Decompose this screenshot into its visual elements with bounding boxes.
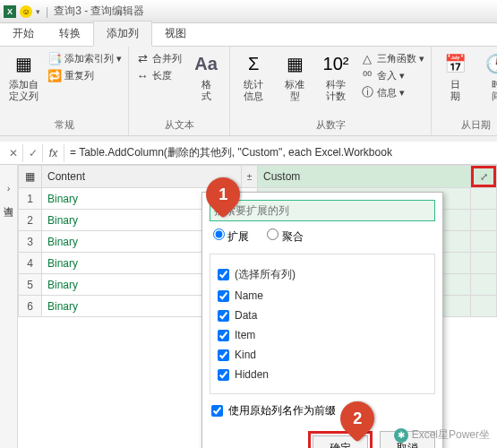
time-icon: 🕐: [483, 50, 497, 77]
expand-columns-popup: 扩展 聚合 (选择所有列) Name Data Item Kind Hidden…: [201, 192, 443, 448]
row-number[interactable]: 1: [19, 188, 42, 210]
title-bar: X ☺ ▾ | 查询3 - 查询编辑器: [0, 0, 497, 23]
duplicate-column-button[interactable]: 🔁重复列: [45, 67, 124, 83]
cell-expand: [471, 231, 497, 253]
radio-expand[interactable]: 扩展: [213, 228, 249, 245]
date-icon: 📅: [441, 50, 468, 77]
watermark: ✱ Excel星Power坐: [394, 427, 490, 443]
cell-expand: [471, 296, 497, 317]
cell-expand: [471, 188, 497, 210]
queries-pane-collapsed[interactable]: › 查询: [0, 165, 18, 448]
group-label: 从数字: [234, 116, 427, 134]
tab-home[interactable]: 开始: [0, 22, 47, 46]
standard-button[interactable]: ▦标准 型: [275, 48, 314, 104]
check-select-all[interactable]: (选择所有列): [218, 263, 427, 286]
expand-column-header: ⤢: [471, 166, 497, 188]
qat-dropdown-icon[interactable]: ▾: [36, 7, 40, 16]
row-number[interactable]: 5: [19, 274, 42, 296]
check-item[interactable]: Item: [218, 325, 427, 345]
ribbon-tabs: 开始 转换 添加列 视图: [0, 23, 497, 47]
merge-columns-button[interactable]: ⇄合并列: [133, 50, 184, 66]
row-number[interactable]: 3: [19, 231, 42, 253]
rounding-button[interactable]: ⁰⁰舍入 ▾: [357, 67, 427, 83]
row-number[interactable]: 4: [19, 253, 42, 274]
format-icon: Aa: [193, 50, 219, 77]
excel-icon: X: [4, 5, 16, 18]
radio-aggregate[interactable]: 聚合: [267, 228, 303, 245]
group-label: 从日期: [435, 116, 497, 134]
formula-bar: ✕ ✓ fx = Table.AddColumn(删除的其他列, "Custom…: [0, 142, 497, 165]
duplicate-icon: 🔁: [47, 68, 62, 82]
column-type-icon[interactable]: ±: [241, 166, 257, 187]
statistics-button[interactable]: Σ统计 信息: [234, 48, 273, 104]
group-label: 从文本: [133, 116, 226, 134]
scientific-icon: 10²: [322, 50, 349, 77]
columns-checklist: (选择所有列) Name Data Item Kind Hidden: [210, 254, 435, 394]
fx-icon: fx: [43, 144, 64, 162]
expand-pane-icon[interactable]: ›: [7, 183, 11, 194]
formula-commit-button[interactable]: ✓: [23, 144, 43, 162]
ribbon-group-general: ▦ 添加自 定义列 📑添加索引列 ▾ 🔁重复列 常规: [0, 47, 129, 135]
check-data[interactable]: Data: [218, 306, 427, 325]
cell-expand: [471, 253, 497, 274]
ribbon-group-number: Σ统计 信息 ▦标准 型 10²科学 计数 △三角函数 ▾ ⁰⁰舍入 ▾ ⓘ信息…: [230, 47, 432, 135]
separator: |: [46, 5, 48, 18]
ribbon-group-text: ⇄合并列 ↔长度 Aa 格 式 从文本: [129, 47, 230, 135]
check-kind[interactable]: Kind: [218, 345, 427, 365]
row-number[interactable]: 6: [19, 296, 42, 317]
wechat-icon: ✱: [394, 428, 408, 443]
sigma-icon: Σ: [240, 50, 267, 77]
info-icon: ⓘ: [360, 85, 374, 99]
formula-cancel-button[interactable]: ✕: [4, 144, 23, 162]
tab-view[interactable]: 视图: [152, 22, 199, 46]
tab-add-column[interactable]: 添加列: [93, 21, 152, 47]
format-button[interactable]: Aa 格 式: [186, 48, 226, 104]
trig-button[interactable]: △三角函数 ▾: [357, 50, 427, 66]
time-button[interactable]: 🕐时 间: [476, 48, 497, 104]
date-button[interactable]: 📅日 期: [435, 48, 475, 104]
table-icon: ▦: [10, 50, 37, 77]
info-button[interactable]: ⓘ信息 ▾: [357, 84, 427, 100]
trig-icon: △: [360, 51, 374, 65]
smiley-icon: ☺: [20, 5, 32, 18]
check-name[interactable]: Name: [218, 286, 427, 306]
check-use-prefix[interactable]: 使用原始列名作为前缀: [211, 403, 435, 418]
cell-expand: [471, 274, 497, 296]
table-corner-icon[interactable]: ▦: [19, 166, 42, 188]
merge-icon: ⇄: [135, 51, 150, 65]
ribbon: ▦ 添加自 定义列 📑添加索引列 ▾ 🔁重复列 常规 ⇄合并列 ↔长度 Aa 格…: [0, 47, 497, 136]
scientific-button[interactable]: 10²科学 计数: [316, 48, 356, 104]
column-header-custom[interactable]: Custom: [258, 166, 471, 188]
calc-icon: ▦: [281, 50, 308, 77]
data-grid: ▦ Content± Custom ⤢ 1 Binary Table 2 Bin…: [18, 165, 497, 448]
row-number[interactable]: 2: [19, 210, 42, 231]
add-custom-column-button[interactable]: ▦ 添加自 定义列: [4, 48, 43, 104]
group-label: 常规: [4, 116, 124, 134]
check-hidden[interactable]: Hidden: [218, 365, 427, 384]
cell-expand: [471, 210, 497, 231]
ribbon-group-date: 📅日 期 🕐时 间 从日期: [432, 47, 497, 135]
length-button[interactable]: ↔长度: [133, 67, 184, 83]
content-area: › 查询 ▦ Content± Custom ⤢ 1 Binary Table …: [0, 165, 497, 448]
window-title: 查询3 - 查询编辑器: [54, 4, 144, 19]
expand-column-button[interactable]: ⤢: [471, 166, 496, 187]
index-icon: 📑: [47, 51, 62, 65]
length-icon: ↔: [135, 68, 150, 82]
round-icon: ⁰⁰: [360, 68, 374, 82]
search-columns-input[interactable]: [210, 200, 435, 221]
formula-text[interactable]: = Table.AddColumn(删除的其他列, "Custom", each…: [64, 145, 493, 160]
add-index-column-button[interactable]: 📑添加索引列 ▾: [45, 50, 124, 66]
tab-transform[interactable]: 转换: [47, 22, 93, 46]
